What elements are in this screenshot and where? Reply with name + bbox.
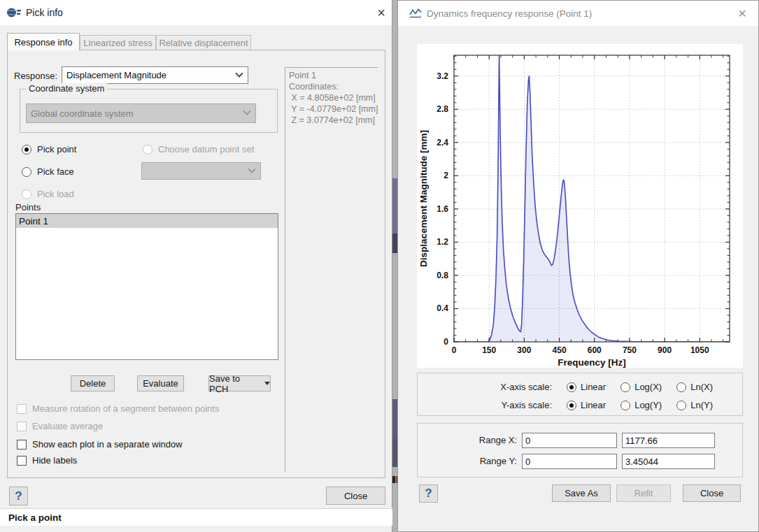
chevron-down-icon <box>248 165 255 173</box>
radio-lnx[interactable]: Ln(X) <box>676 382 713 392</box>
chevron-down-icon <box>235 69 243 77</box>
svg-text:450: 450 <box>553 345 567 355</box>
help-button-label: ? <box>15 489 22 503</box>
radio-icon <box>676 401 686 410</box>
tab-linearized-stress[interactable]: Linearized stress <box>80 35 156 50</box>
checkbox-label: Hide labels <box>32 455 77 466</box>
svg-text:3.2: 3.2 <box>437 71 448 81</box>
checkbox-icon[interactable] <box>17 456 27 466</box>
dialog-title: Pick info <box>26 7 63 18</box>
radio-label: Linear <box>581 382 606 392</box>
svg-text:2.8: 2.8 <box>437 104 448 114</box>
chart-svg: 0150300450600750900105000.40.81.21.622.4… <box>417 44 743 368</box>
checkbox-icon <box>17 404 27 414</box>
radio-linear[interactable]: Linear <box>567 382 606 392</box>
radio-icon <box>567 382 576 392</box>
radio-linear[interactable]: Linear <box>567 400 606 410</box>
radio-logx[interactable]: Log(X) <box>620 382 662 392</box>
plot-dialog-titlebar: Dynamics frequency response (Point 1) × <box>398 1 758 26</box>
radio-icon <box>620 401 630 410</box>
plot-dialog-title: Dynamics frequency response (Point 1) <box>427 8 592 19</box>
svg-text:1.2: 1.2 <box>437 237 448 247</box>
y-axis-scale-row: Y-axis scale:LinearLog(Y)Ln(Y) <box>418 400 742 410</box>
svg-text:0: 0 <box>444 337 448 347</box>
radio-choose-datum-point-set: Choose datum point set <box>143 144 254 154</box>
chevron-down-icon <box>243 108 250 115</box>
radio-pick-face[interactable]: Pick face <box>22 166 74 177</box>
checkbox-icon <box>17 422 27 431</box>
pick-info-dialog: Pick info × Response infoLinearized stre… <box>0 0 392 532</box>
range-y-label: Range Y: <box>418 456 517 466</box>
range-group: Range X: Range Y: <box>417 423 743 477</box>
y-axis-title: Displacement Magnitude [mm] <box>418 130 429 267</box>
points-list[interactable]: Point 1 <box>15 213 278 360</box>
radio-icon <box>143 145 152 154</box>
help-button-label: ? <box>425 487 432 501</box>
checkbox-label: Show each plot in a separate window <box>32 439 183 450</box>
close-icon[interactable]: × <box>732 4 752 22</box>
point-coordinates-text: Point 1 Coordinates: X = 4.8058e+02 [mm]… <box>289 70 378 126</box>
svg-text:750: 750 <box>623 345 637 355</box>
dynamics-frequency-response-dialog: Dynamics frequency response (Point 1) × … <box>397 0 759 532</box>
tab-response-info[interactable]: Response info <box>7 33 80 50</box>
evaluate-button-label: Evaluate <box>143 378 178 389</box>
range-x-label: Range X: <box>418 435 517 445</box>
range-y-row: Range Y: <box>418 453 742 468</box>
radio-label: Linear <box>581 400 606 410</box>
svg-text:2: 2 <box>444 171 448 180</box>
save-to-pch-label: Save to PCH <box>209 373 260 394</box>
radio-icon <box>567 401 576 410</box>
radio-icon <box>22 167 31 177</box>
radio-lny[interactable]: Ln(Y) <box>676 400 713 410</box>
status-bar: Pick a point <box>0 508 392 526</box>
range-x-max-input[interactable] <box>622 433 715 448</box>
radio-pick-load-label: Pick load <box>37 189 74 199</box>
frequency-response-chart: 0150300450600750900105000.40.81.21.622.4… <box>417 44 743 368</box>
coordinate-system-select-value: Global coordinate system <box>31 108 134 119</box>
save-as-button[interactable]: Save As <box>552 484 611 502</box>
help-button[interactable]: ? <box>9 487 28 505</box>
svg-text:0.4: 0.4 <box>437 303 448 313</box>
axis-scale-group: X-axis scale:LinearLog(X)Ln(X)Y-axis sca… <box>417 373 743 416</box>
radio-icon <box>22 189 31 199</box>
pick-info-icon <box>6 6 22 19</box>
checkbox-show-each-plot[interactable]: Show each plot in a separate window <box>17 439 183 450</box>
range-y-min-input[interactable] <box>522 454 617 469</box>
close-button-label: Close <box>700 488 723 498</box>
close-icon[interactable]: × <box>371 3 391 22</box>
list-item[interactable]: Point 1 <box>16 214 278 228</box>
range-x-row: Range X: <box>418 432 742 447</box>
range-y-max-input[interactable] <box>622 454 715 469</box>
save-to-pch-button[interactable]: Save to PCH <box>208 375 271 391</box>
line-chart-icon <box>409 8 423 19</box>
radio-pick-point[interactable]: Pick point <box>22 144 76 154</box>
svg-text:0: 0 <box>452 345 457 355</box>
svg-text:2.4: 2.4 <box>437 138 448 148</box>
svg-text:150: 150 <box>482 345 496 355</box>
tab-relative-displacement[interactable]: Relative displacement <box>156 35 251 50</box>
checkbox-hide-labels[interactable]: Hide labels <box>17 455 77 466</box>
range-x-min-input[interactable] <box>522 433 617 448</box>
viewport-background-strip <box>392 0 397 532</box>
response-select[interactable]: Displacement Magnitude <box>62 66 248 84</box>
close-button[interactable]: Close <box>326 487 385 505</box>
x-axis-title: Frequency [Hz] <box>558 357 626 368</box>
evaluate-button[interactable]: Evaluate <box>137 375 184 391</box>
coordinate-system-group: Coordinate system Global coordinate syst… <box>20 89 278 133</box>
close-button[interactable]: Close <box>683 484 741 502</box>
status-text: Pick a point <box>8 512 62 523</box>
radio-label: Log(Y) <box>634 400 662 410</box>
help-button[interactable]: ? <box>419 484 438 503</box>
refit-button: Refit <box>616 484 671 502</box>
coordinates-panel: Point 1 Coordinates: X = 4.8058e+02 [mm]… <box>285 67 378 472</box>
checkbox-icon[interactable] <box>17 440 27 450</box>
svg-text:1.6: 1.6 <box>437 204 448 214</box>
checkbox-label: Evaluate average <box>32 421 103 431</box>
save-as-button-label: Save As <box>565 488 598 498</box>
svg-text:1050: 1050 <box>690 345 709 355</box>
scale-row-label: Y-axis scale: <box>447 400 552 410</box>
response-select-value: Displacement Magnitude <box>66 70 166 80</box>
delete-button[interactable]: Delete <box>71 375 115 391</box>
x-axis-scale-row: X-axis scale:LinearLog(X)Ln(X) <box>418 382 742 392</box>
radio-logy[interactable]: Log(Y) <box>620 400 662 410</box>
